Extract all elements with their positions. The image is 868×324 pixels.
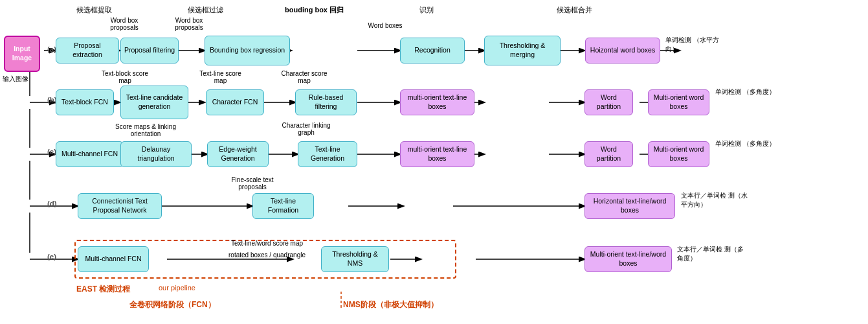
box-c-textlineGen: Text-line Generation xyxy=(298,141,357,167)
label-a-zh: 单词检测 （水平方向） xyxy=(665,36,724,54)
box-b-fcn: Text-block FCN xyxy=(56,89,114,115)
label-a-wb3: Word boxes xyxy=(366,22,405,29)
input-image-zh: 输入图像 xyxy=(3,75,28,84)
label-b-zh: 单词检测 （多角度） xyxy=(715,87,780,97)
label-b-charscore: Character score map xyxy=(275,70,333,84)
box-d-connectionist: Connectionist Text Proposal Network xyxy=(78,193,162,219)
label-c-scoremaps: Score maps & linking orientation xyxy=(110,123,181,137)
row-label-d: (d) xyxy=(47,200,57,207)
diagram: 候选框提取 候选框过滤 bouding box 回归 识别 候选框合并 Inpu… xyxy=(0,0,868,324)
box-b-wordpartition: Word partition xyxy=(584,89,633,115)
box-a-recognition: Recognition xyxy=(400,38,465,64)
box-d-textline: Text-line Formation xyxy=(252,193,314,219)
header-col1: 候选框提取 xyxy=(76,5,112,15)
fcn-label: 全卷积网络阶段（FCN） xyxy=(129,299,216,310)
label-e-rotated: rotated boxes / quadrangle xyxy=(217,251,317,259)
box-a-filtering: Proposal filtering xyxy=(120,38,179,64)
box-c-output: Multi-orient word boxes xyxy=(648,141,709,167)
label-e-textline: Text-line/word score map xyxy=(217,240,317,247)
row-label-a: (a) xyxy=(47,45,56,53)
header-col5: 候选框合并 xyxy=(557,5,592,15)
box-c-textline: multi-orient text-line boxes xyxy=(400,141,474,167)
box-e-thresholding: Thresholding & NMS xyxy=(321,246,389,272)
box-b-candidate: Text-line candidate generation xyxy=(120,86,188,119)
box-c-multichannel: Multi-channel FCN xyxy=(56,141,124,167)
label-d-zh: 文本行／单词检 测（水平方向） xyxy=(681,191,752,209)
box-b-charfcn: Character FCN xyxy=(206,89,264,115)
header-col3: bouding box 回归 xyxy=(285,5,344,15)
pipeline-label: our pipeline xyxy=(159,284,195,292)
box-c-delaunay: Delaunay triangulation xyxy=(120,141,192,167)
label-d-finescale: Fine-scale text proposals xyxy=(220,176,285,191)
box-a-proposal: Proposal extraction xyxy=(56,38,119,64)
label-a-wb2: Word box proposals xyxy=(163,17,215,31)
row-label-e: (e) xyxy=(47,253,56,260)
label-c-charlinking: Character linking graph xyxy=(277,122,335,136)
row-label-c: (c) xyxy=(47,148,56,156)
box-c-wordpartition: Word partition xyxy=(584,141,633,167)
label-a-wb1: Word box proposals xyxy=(98,17,150,31)
box-b-textline: multi-orient text-line boxes xyxy=(400,89,474,115)
box-e-multichannel: Multi-channel FCN xyxy=(78,246,149,272)
header-col4: 识别 xyxy=(419,5,434,15)
box-c-edgeweight: Edge-weight Generation xyxy=(207,141,269,167)
box-e-output: Multi-orient text-line/word boxes xyxy=(584,246,672,272)
box-a-thresholding: Thresholding & merging xyxy=(484,36,561,65)
header-col2: 候选框过滤 xyxy=(188,5,223,15)
nms-label: NMS阶段（非极大值抑制） xyxy=(343,299,438,310)
box-b-rulefilter: Rule-based filtering xyxy=(295,89,357,115)
label-e-zh: 文本行／单词检 测（多角度） xyxy=(677,245,748,263)
label-b-tlscore: Text-line score map xyxy=(193,70,248,84)
input-image-box: Input Image xyxy=(4,36,40,72)
label-b-tbscore: Text-block score map xyxy=(96,70,154,84)
box-b-output: Multi-orient word boxes xyxy=(648,89,709,115)
box-a-bounding: Bounding box regression xyxy=(205,36,290,65)
box-d-output: Horizontal text-line/word boxes xyxy=(584,193,675,219)
label-c-zh: 单词检测 （多角度） xyxy=(715,139,780,148)
east-label: EAST 检测过程 xyxy=(76,284,130,295)
box-a-output: Hoizontal word boxes xyxy=(585,38,660,64)
